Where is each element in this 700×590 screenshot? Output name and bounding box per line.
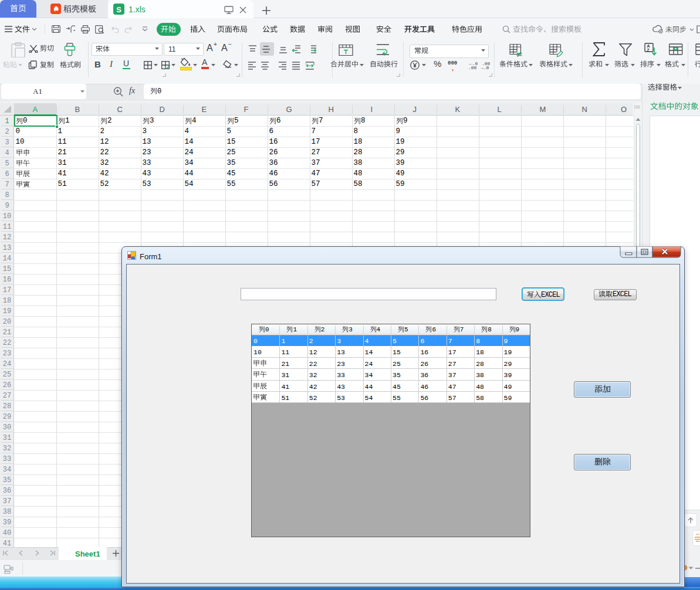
svg-text:→.0: →.0 — [481, 65, 489, 69]
svg-text:Z: Z — [647, 48, 650, 53]
svg-text:.00: .00 — [468, 65, 477, 69]
svg-text:S: S — [116, 5, 121, 14]
